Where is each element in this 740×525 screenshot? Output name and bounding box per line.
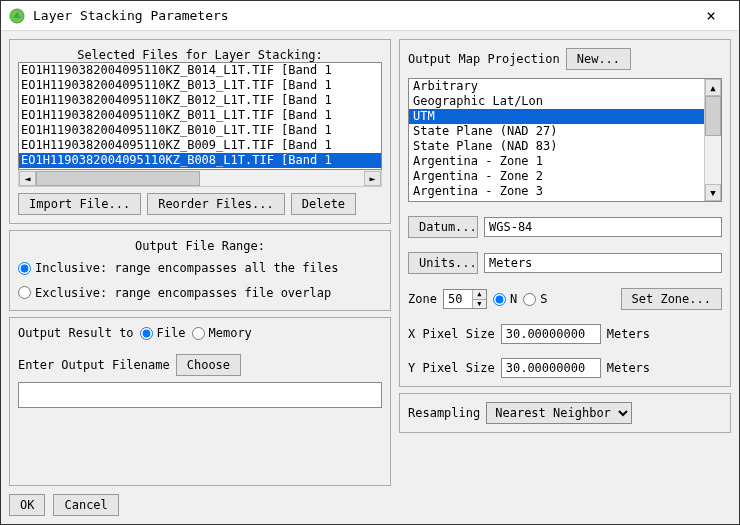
reorder-files-button[interactable]: Reorder Files...: [147, 193, 285, 215]
projection-list-item[interactable]: State Plane (NAD 83): [409, 139, 704, 154]
projection-list-item[interactable]: Argentina - Zone 2: [409, 169, 704, 184]
file-list-item[interactable]: EO1H1190382004095110KZ_B010_L1T.TIF [Ban…: [19, 123, 381, 138]
titlebar: Layer Stacking Parameters ×: [1, 1, 739, 31]
dialog-title: Layer Stacking Parameters: [33, 8, 691, 23]
new-projection-button[interactable]: New...: [566, 48, 631, 70]
units-button[interactable]: Units...: [408, 252, 478, 274]
close-button[interactable]: ×: [691, 6, 731, 25]
projection-list-item[interactable]: Arbitrary: [409, 79, 704, 94]
spin-down-icon[interactable]: ▼: [472, 300, 486, 309]
projection-listbox[interactable]: ArbitraryGeographic Lat/LonUTMState Plan…: [408, 78, 722, 202]
projection-list-item[interactable]: Argentina - Zone 3: [409, 184, 704, 199]
file-list-item[interactable]: EO1H1190382004095110KZ_B013_L1T.TIF [Ban…: [19, 78, 381, 93]
output-group: Output Result to File Memory Enter Outpu…: [9, 317, 391, 486]
files-hscrollbar[interactable]: ◄ ►: [18, 170, 382, 187]
datum-input[interactable]: [484, 217, 722, 237]
files-group: Selected Files for Layer Stacking: EO1H1…: [9, 39, 391, 224]
range-inclusive-radio[interactable]: Inclusive: range encompasses all the fil…: [18, 261, 338, 275]
projection-list-item[interactable]: UTM: [409, 109, 704, 124]
dialog-window: Layer Stacking Parameters × Selected Fil…: [0, 0, 740, 525]
scroll-thumb[interactable]: [36, 171, 200, 186]
resampling-label: Resampling: [408, 406, 480, 420]
resampling-select[interactable]: Nearest Neighbor: [486, 402, 632, 424]
delete-button[interactable]: Delete: [291, 193, 356, 215]
zone-input[interactable]: [444, 290, 472, 308]
files-heading: Selected Files for Layer Stacking:: [18, 48, 382, 62]
scroll-down-icon[interactable]: ▼: [705, 184, 721, 201]
files-listbox[interactable]: EO1H1190382004095110KZ_B014_L1T.TIF [Ban…: [18, 62, 382, 170]
scroll-thumb[interactable]: [705, 96, 721, 136]
ok-button[interactable]: OK: [9, 494, 45, 516]
file-list-item[interactable]: EO1H1190382004095110KZ_B011_L1T.TIF [Ban…: [19, 108, 381, 123]
file-list-item[interactable]: EO1H1190382004095110KZ_B012_L1T.TIF [Ban…: [19, 93, 381, 108]
projection-list-item[interactable]: State Plane (NAD 27): [409, 124, 704, 139]
scroll-up-icon[interactable]: ▲: [705, 79, 721, 96]
x-pixel-input[interactable]: [501, 324, 601, 344]
output-memory-radio[interactable]: Memory: [192, 326, 252, 340]
output-filename-input[interactable]: [18, 382, 382, 408]
datum-button[interactable]: Datum...: [408, 216, 478, 238]
zone-n-radio[interactable]: N: [493, 292, 517, 306]
projection-group: Output Map Projection New... ArbitraryGe…: [399, 39, 731, 387]
range-inclusive-label: Inclusive: range encompasses all the fil…: [35, 261, 338, 275]
projection-list-item[interactable]: Argentina - Zone 1: [409, 154, 704, 169]
range-heading: Output File Range:: [18, 239, 382, 253]
x-pixel-units: Meters: [607, 327, 650, 341]
x-pixel-label: X Pixel Size: [408, 327, 495, 341]
cancel-button[interactable]: Cancel: [53, 494, 118, 516]
set-zone-button[interactable]: Set Zone...: [621, 288, 722, 310]
choose-button[interactable]: Choose: [176, 354, 241, 376]
y-pixel-label: Y Pixel Size: [408, 361, 495, 375]
zone-s-radio[interactable]: S: [523, 292, 547, 306]
output-memory-label: Memory: [209, 326, 252, 340]
file-list-item[interactable]: EO1H1190382004095110KZ_B008_L1T.TIF [Ban…: [19, 153, 381, 168]
y-pixel-units: Meters: [607, 361, 650, 375]
range-group: Output File Range: Inclusive: range enco…: [9, 230, 391, 311]
output-file-radio[interactable]: File: [140, 326, 186, 340]
projection-vscrollbar[interactable]: ▲ ▼: [704, 79, 721, 201]
zone-spinner[interactable]: ▲ ▼: [443, 289, 487, 309]
import-file-button[interactable]: Import File...: [18, 193, 141, 215]
range-exclusive-radio[interactable]: Exclusive: range encompasses file overla…: [18, 286, 331, 300]
y-pixel-input[interactable]: [501, 358, 601, 378]
zone-n-label: N: [510, 292, 517, 306]
enter-filename-label: Enter Output Filename: [18, 358, 170, 372]
zone-label: Zone: [408, 292, 437, 306]
app-icon: [9, 8, 25, 24]
scroll-right-icon[interactable]: ►: [364, 171, 381, 186]
resampling-group: Resampling Nearest Neighbor: [399, 393, 731, 433]
projection-label: Output Map Projection: [408, 52, 560, 66]
range-exclusive-label: Exclusive: range encompasses file overla…: [35, 286, 331, 300]
file-list-item[interactable]: EO1H1190382004095110KZ_B009_L1T.TIF [Ban…: [19, 138, 381, 153]
zone-s-label: S: [540, 292, 547, 306]
spin-up-icon[interactable]: ▲: [472, 290, 486, 300]
projection-list-item[interactable]: Geographic Lat/Lon: [409, 94, 704, 109]
units-input[interactable]: [484, 253, 722, 273]
file-list-item[interactable]: EO1H1190382004095110KZ_B014_L1T.TIF [Ban…: [19, 63, 381, 78]
output-to-label: Output Result to: [18, 326, 134, 340]
output-file-label: File: [157, 326, 186, 340]
scroll-left-icon[interactable]: ◄: [19, 171, 36, 186]
